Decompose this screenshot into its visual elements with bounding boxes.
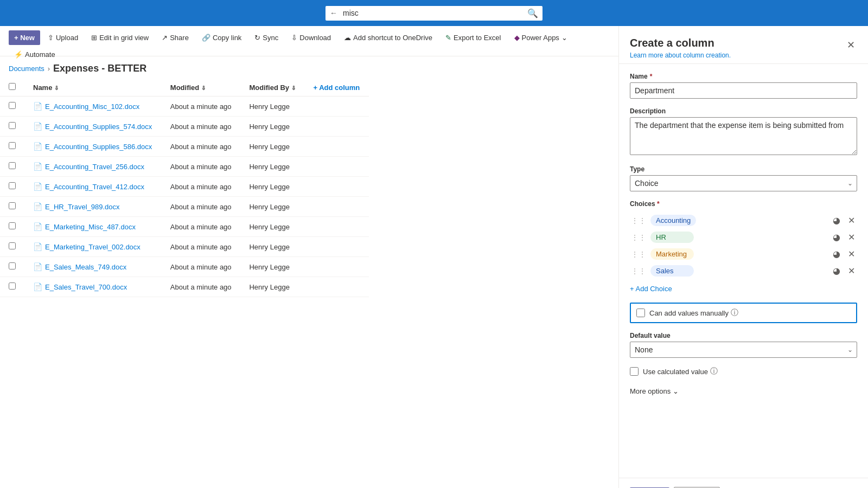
drag-handle-sales[interactable]: ⋮⋮: [630, 267, 647, 275]
drag-handle-hr[interactable]: ⋮⋮: [630, 233, 647, 242]
file-name-cell: 📄 E_Marketing_Misc_487.docx: [33, 222, 153, 231]
row-checkbox[interactable]: [9, 162, 16, 169]
extra-cell: [304, 217, 369, 237]
modified-cell: About a minute ago: [162, 277, 241, 297]
word-doc-icon: 📄: [33, 142, 42, 151]
upload-button[interactable]: ⇧ Upload: [42, 30, 84, 45]
file-name-text[interactable]: E_Sales_Meals_749.docx: [45, 263, 126, 271]
file-name-text[interactable]: E_Accounting_Travel_412.docx: [45, 183, 144, 191]
default-value-select[interactable]: None Accounting HR Marketing Sales: [630, 342, 857, 358]
description-field-input[interactable]: The department that the expense item is …: [630, 117, 857, 155]
file-name-text[interactable]: E_Sales_Travel_700.docx: [45, 283, 127, 291]
copy-link-button[interactable]: 🔗 Copy link: [196, 30, 247, 45]
export-button[interactable]: ✎ Export to Excel: [440, 30, 506, 45]
more-options-chevron-icon: ⌄: [673, 387, 679, 395]
add-column-header[interactable]: + Add column: [304, 79, 369, 97]
row-checkbox[interactable]: [9, 202, 16, 209]
drag-handle-marketing[interactable]: ⋮⋮: [630, 250, 647, 259]
file-name-text[interactable]: E_Accounting_Supplies_574.docx: [45, 123, 152, 131]
row-checkbox[interactable]: [9, 242, 16, 249]
more-options-button[interactable]: More options ⌄: [630, 385, 679, 397]
add-choice-button[interactable]: + Add Choice: [630, 281, 672, 296]
file-name-text[interactable]: E_Accounting_Supplies_586.docx: [45, 143, 152, 151]
row-checkbox[interactable]: [9, 182, 16, 189]
link-icon: 🔗: [202, 34, 210, 42]
file-name-cell: 📄 E_Sales_Travel_700.docx: [33, 282, 153, 291]
use-calculated-checkbox[interactable]: [630, 367, 639, 376]
row-checkbox[interactable]: [9, 142, 16, 149]
file-name-text[interactable]: E_Marketing_Travel_002.docx: [45, 243, 141, 251]
word-doc-icon: 📄: [33, 202, 42, 211]
new-button[interactable]: + New: [9, 30, 40, 45]
document-list: Name ⇩ Modified ⇩ Modified By ⇩ + Add co…: [0, 79, 369, 484]
row-checkbox[interactable]: [9, 262, 16, 269]
choice-tag-hr[interactable]: HR: [650, 232, 694, 243]
add-shortcut-button[interactable]: ☁ Add shortcut to OneDrive: [339, 30, 438, 45]
modified-cell: About a minute ago: [162, 257, 241, 277]
modified-by-column-header[interactable]: Modified By ⇩: [240, 79, 304, 97]
panel-subtitle[interactable]: Learn more about column creation.: [630, 52, 731, 59]
modified-by-cell: Henry Legge: [240, 257, 304, 277]
choice-delete-accounting[interactable]: ✕: [846, 214, 857, 227]
table-row: 📄 E_Marketing_Misc_487.docx About a minu…: [0, 217, 369, 237]
search-box[interactable]: ← 🔍: [326, 6, 542, 21]
row-checkbox[interactable]: [9, 222, 16, 229]
modified-cell: About a minute ago: [162, 97, 241, 117]
upload-label: Upload: [56, 34, 78, 42]
select-all-checkbox[interactable]: [9, 83, 16, 90]
can-add-values-container[interactable]: Can add values manually ⓘ: [630, 303, 857, 323]
upload-icon: ⇧: [48, 34, 54, 42]
choice-color-sales[interactable]: ◕: [831, 265, 843, 277]
choice-delete-sales[interactable]: ✕: [846, 265, 857, 277]
sync-icon: ↻: [254, 34, 260, 42]
power-apps-button[interactable]: ◆ Power Apps ⌄: [509, 30, 573, 45]
choice-tag-sales[interactable]: Sales: [650, 265, 694, 277]
choices-required: *: [657, 200, 660, 208]
can-add-values-checkbox[interactable]: [636, 309, 645, 317]
choice-color-accounting[interactable]: ◕: [831, 214, 843, 227]
file-name-text[interactable]: E_HR_Travel_989.docx: [45, 203, 120, 211]
modified-by-cell: Henry Legge: [240, 97, 304, 117]
can-add-info-icon[interactable]: ⓘ: [731, 308, 738, 318]
edit-grid-button[interactable]: ⊞ Edit in grid view: [86, 30, 154, 45]
modified-column-header[interactable]: Modified ⇩: [162, 79, 241, 97]
choice-color-hr[interactable]: ◕: [831, 231, 843, 243]
drag-handle-accounting[interactable]: ⋮⋮: [630, 216, 647, 225]
sync-button[interactable]: ↻ Sync: [249, 30, 284, 45]
modified-by-cell: Henry Legge: [240, 217, 304, 237]
use-calculated-label[interactable]: Use calculated value ⓘ: [643, 367, 718, 376]
row-checkbox[interactable]: [9, 122, 16, 129]
breadcrumb: Documents › Expenses - BETTER: [0, 56, 618, 79]
file-name-text[interactable]: E_Accounting_Misc_102.docx: [45, 102, 139, 111]
automate-button[interactable]: ⚡ Automate: [9, 47, 61, 62]
add-column-button[interactable]: + Add column: [313, 84, 360, 92]
type-select[interactable]: Single line of text Multiple lines of te…: [630, 175, 857, 191]
use-calculated-info-icon[interactable]: ⓘ: [710, 367, 718, 376]
file-name-text[interactable]: E_Accounting_Travel_256.docx: [45, 163, 144, 171]
share-button[interactable]: ↗ Share: [156, 30, 194, 45]
file-name-text[interactable]: E_Marketing_Misc_487.docx: [45, 223, 136, 231]
breadcrumb-parent[interactable]: Documents: [9, 65, 44, 73]
choice-delete-marketing[interactable]: ✕: [846, 248, 857, 260]
sync-label: Sync: [263, 34, 278, 42]
back-arrow-icon[interactable]: ←: [330, 9, 337, 17]
search-button[interactable]: 🔍: [527, 8, 538, 18]
row-checkbox[interactable]: [9, 102, 16, 109]
top-bar: ← 🔍: [0, 0, 868, 26]
close-panel-button[interactable]: ✕: [845, 37, 857, 53]
name-field-input[interactable]: [630, 82, 857, 99]
choice-delete-hr[interactable]: ✕: [846, 231, 857, 243]
choice-tag-marketing[interactable]: Marketing: [650, 248, 694, 260]
toolbar: + New ⇧ Upload ⊞ Edit in grid view ↗ Sha…: [0, 26, 618, 56]
search-input[interactable]: [343, 9, 524, 17]
can-add-values-label[interactable]: Can add values manually ⓘ: [649, 308, 738, 318]
extra-cell: [304, 137, 369, 157]
download-button[interactable]: ⇩ Download: [286, 30, 336, 45]
word-doc-icon: 📄: [33, 262, 42, 271]
row-checkbox[interactable]: [9, 282, 16, 290]
description-field-label: Description: [630, 107, 857, 115]
table-row: 📄 E_Accounting_Supplies_574.docx About a…: [0, 117, 369, 137]
choice-tag-accounting[interactable]: Accounting: [650, 215, 696, 226]
choice-color-marketing[interactable]: ◕: [831, 248, 843, 260]
name-column-header[interactable]: Name ⇩: [24, 79, 162, 97]
